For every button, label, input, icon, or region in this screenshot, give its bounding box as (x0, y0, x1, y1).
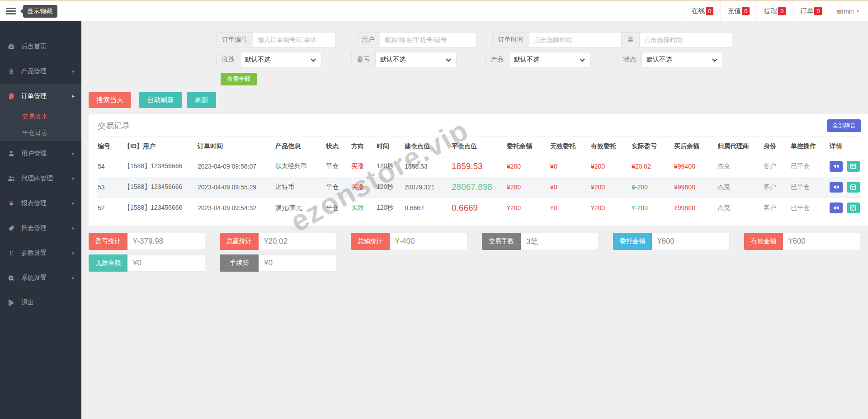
speaker-button[interactable] (830, 182, 843, 193)
cell-user: 【1588】123456666 (124, 156, 198, 177)
col-valid: 有效委托 (591, 137, 632, 156)
table-row: 54 【1588】123456666 2023-04-09 09:56:07 以… (98, 156, 861, 177)
cell-control: 已平仓 (791, 156, 830, 177)
cell-balance: ¥99800 (674, 198, 717, 218)
cell-id: 53 (98, 177, 124, 198)
invalid-amount-stat: 无效金额 ¥0 (89, 254, 205, 272)
stat-value: ¥600 (783, 233, 861, 250)
show-hide-toggle[interactable]: 显示/隐藏 (23, 5, 57, 18)
order-stat[interactable]: 订单 0 (793, 1, 829, 21)
cell-duration: 120秒 (377, 198, 405, 218)
cell-direction: 买涨 (351, 177, 377, 198)
withdraw-stat[interactable]: 提现 0 (756, 1, 793, 21)
chevron-right-icon: ▸ (72, 68, 75, 74)
product-group: 产品 默认不选 (485, 52, 590, 67)
cell-user: 【1588】123456666 (124, 177, 198, 198)
cell-status: 平仓 (326, 198, 351, 218)
cell-product: 以太经典币 (275, 156, 326, 177)
cell-valid: ¥200 (591, 177, 632, 198)
sidebar-item-orders[interactable]: 订单管理 ▸ (0, 84, 81, 108)
mute-all-button[interactable]: 全部静音 (827, 119, 861, 132)
col-direction: 方向 (351, 137, 377, 156)
detail-list-button[interactable] (847, 161, 860, 172)
chevron-right-icon: ▸ (72, 225, 75, 231)
cell-balance: ¥99600 (674, 177, 717, 198)
trade-count-stat: 交易手数 3笔 (482, 233, 599, 250)
recharge-stat[interactable]: 充值 0 (720, 1, 756, 21)
sidebar-item-agents[interactable]: 代理商管理 ▸ (0, 166, 81, 191)
sidebar-item-label: 退出 (21, 299, 34, 307)
cell-user: 【1588】123456666 (124, 198, 198, 218)
sidebar-item-label: 代理商管理 (21, 174, 53, 183)
online-stat[interactable]: 在线 0 (684, 1, 720, 21)
cell-open: 28079.321 (405, 177, 452, 198)
entrust-amount-stat: 委托金额 ¥600 (613, 233, 730, 250)
sidebar-item-label: 报表管理 (21, 199, 47, 207)
detail-list-button[interactable] (847, 202, 860, 213)
cell-invalid: ¥0 (550, 177, 591, 198)
user-menu[interactable]: admin ▾ (829, 1, 868, 21)
refresh-button[interactable]: 刷新 (187, 92, 216, 108)
speaker-button[interactable] (830, 161, 843, 172)
sidebar-item-products[interactable]: ฿ 产品管理 ▸ (0, 59, 81, 84)
cell-direction: 买跌 (351, 198, 377, 218)
cell-balance: ¥99400 (674, 156, 717, 177)
withdraw-badge: 0 (778, 7, 786, 15)
chevron-down-icon: ▾ (856, 8, 859, 14)
sidebar-item-reports[interactable]: ¥ 报表管理 ▸ (0, 191, 81, 216)
search-all-button[interactable]: 搜索全部 (221, 73, 257, 85)
sidebar-item-label: 系统设置 (21, 274, 47, 282)
stat-label: 盈亏统计 (89, 233, 127, 250)
to-label: 至 (622, 32, 640, 47)
speaker-button[interactable] (830, 202, 843, 213)
stat-value: ¥0 (127, 254, 205, 272)
time-to-input[interactable] (640, 32, 732, 47)
auto-refresh-button[interactable]: 自动刷新 (139, 92, 182, 108)
logout-icon (7, 299, 15, 306)
sidebar-item-parameters[interactable]: £ 参数设置 ▸ (0, 240, 81, 265)
product-select[interactable]: 默认不选 (509, 52, 590, 67)
col-control: 单控操作 (791, 137, 830, 156)
chevron-right-icon: ▸ (72, 250, 75, 256)
stat-value: 3笔 (521, 233, 599, 250)
cell-time: 2023-04-09 09:55:29 (198, 177, 275, 198)
user-input[interactable] (380, 32, 476, 47)
profit-label: 盈亏 (351, 52, 375, 67)
detail-list-button[interactable] (847, 182, 860, 193)
hamburger-menu-icon[interactable] (6, 8, 16, 14)
col-profit: 实际盈亏 (632, 137, 674, 156)
total-win-stat: 总赢统计 ¥20.02 (220, 233, 336, 250)
trade-records-table: 编号 【ID】用户 订单时间 产品信息 状态 方向 时间 建仓点位 平仓点位 委… (98, 137, 861, 218)
stat-label: 总赢统计 (220, 233, 259, 250)
sidebar-subitem-close-log[interactable]: 平仓日志 (0, 125, 81, 141)
order-no-label: 订单编号 (216, 32, 253, 47)
cell-status: 平仓 (326, 156, 351, 177)
updown-select[interactable]: 默认不选 (240, 52, 321, 67)
stat-label: 有效金额 (744, 233, 783, 250)
status-select[interactable]: 默认不选 (642, 52, 723, 67)
cell-close: 28067.898 (452, 177, 507, 198)
agents-icon (7, 175, 15, 182)
sidebar-subitem-transactions[interactable]: 交易流水 (0, 108, 81, 125)
sidebar-item-label: 日志管理 (21, 224, 47, 232)
order-time-group: 订单时间 至 (492, 32, 732, 47)
product-label: 产品 (485, 52, 509, 67)
sidebar-item-users[interactable]: 用户管理 ▸ (0, 141, 81, 166)
status-label: 状态 (618, 52, 642, 67)
col-invalid: 无效委托 (550, 137, 591, 156)
col-balance: 买后余额 (674, 137, 717, 156)
stat-label: 交易手数 (482, 233, 521, 250)
cell-invalid: ¥0 (550, 156, 591, 177)
sidebar-item-logs[interactable]: 日志管理 ▸ (0, 216, 81, 240)
col-open: 建仓点位 (405, 137, 452, 156)
time-from-input[interactable] (529, 32, 622, 47)
profit-select[interactable]: 默认不选 (375, 52, 457, 67)
sidebar-item-system[interactable]: 系统设置 ▸ (0, 265, 81, 290)
sidebar-item-logout[interactable]: 退出 (0, 290, 81, 315)
col-time: 订单时间 (198, 137, 275, 156)
sidebar-item-dashboard[interactable]: 后台首页 (0, 34, 81, 59)
search-today-button[interactable]: 搜索当天 (89, 92, 131, 108)
order-no-input[interactable] (253, 32, 335, 47)
filter-form: 订单编号 用户 订单时间 至 涨跌 默认不选 (216, 32, 868, 85)
chevron-right-icon: ▸ (72, 93, 75, 99)
